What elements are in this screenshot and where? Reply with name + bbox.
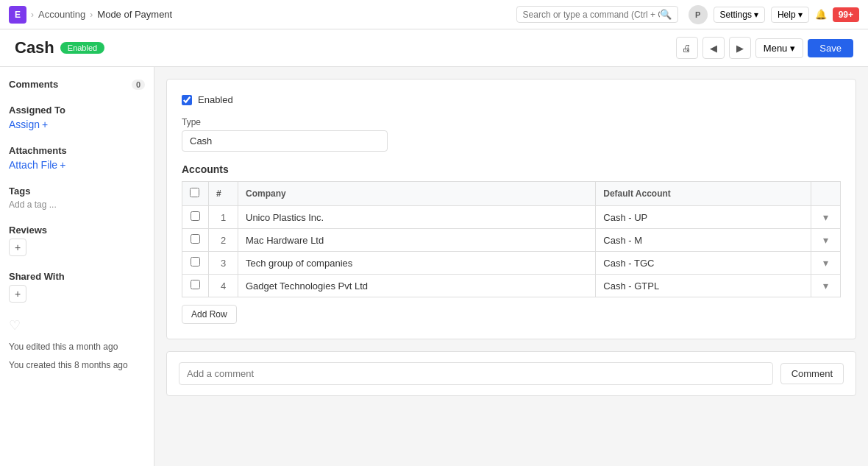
comment-input[interactable]	[179, 362, 773, 385]
row-dropdown-3[interactable]: ▾	[811, 252, 841, 275]
status-badge: Enabled	[60, 42, 104, 54]
col-header-default-account: Default Account	[596, 182, 811, 206]
accounts-title: Accounts	[182, 163, 841, 175]
row-num-4: 4	[209, 275, 238, 297]
row-checkbox-1[interactable]	[191, 211, 200, 221]
add-review-button[interactable]: +	[9, 239, 26, 256]
row-checkbox-cell	[182, 275, 209, 297]
col-header-num: #	[209, 182, 238, 206]
add-row-button[interactable]: Add Row	[182, 305, 237, 324]
row-company-4: Gadget Technologies Pvt Ltd	[238, 275, 596, 297]
table-header-row: # Company Default Account	[182, 182, 841, 206]
accounts-table: # Company Default Account 1 Unico Plasti…	[182, 181, 841, 297]
row-checkbox-4[interactable]	[191, 280, 200, 289]
activity-item-1: You edited this a month ago	[9, 341, 145, 353]
activity-section: ♡ You edited this a month ago You create…	[9, 317, 145, 372]
col-header-checkbox	[182, 182, 209, 206]
settings-button[interactable]: Settings ▾	[714, 7, 765, 23]
notification-icon[interactable]: 🔔	[815, 9, 827, 20]
row-num-1: 1	[209, 206, 238, 229]
comment-button[interactable]: Comment	[780, 363, 844, 384]
main-layout: Comments 0 Assigned To Assign + Attachme…	[0, 67, 868, 466]
row-num-3: 3	[209, 252, 238, 275]
like-icon[interactable]: ♡	[9, 317, 145, 333]
type-input[interactable]	[182, 130, 388, 152]
help-button[interactable]: Help ▾	[771, 7, 809, 23]
row-company-1: Unico Plastics Inc.	[238, 206, 596, 229]
attachments-section: Attachments Attach File +	[9, 145, 145, 171]
col-header-action	[811, 182, 841, 206]
type-field: Type	[182, 117, 841, 152]
row-company-3: Tech group of companies	[238, 252, 596, 275]
comments-section: Comments 0	[9, 79, 145, 90]
navbar: E › Accounting › Mode of Payment 🔍 P Set…	[0, 0, 868, 29]
row-checkbox-cell	[182, 252, 209, 275]
shared-with-section: Shared With +	[9, 271, 145, 303]
app-logo: E	[9, 6, 26, 24]
table-row: 1 Unico Plastics Inc. Cash - UP ▾	[182, 206, 841, 229]
breadcrumb-chevron2: ›	[90, 10, 93, 20]
table-row: 4 Gadget Technologies Pvt Ltd Cash - GTP…	[182, 275, 841, 297]
reviews-label: Reviews	[9, 225, 145, 236]
assigned-to-label: Assigned To	[9, 105, 145, 116]
comment-card: Comment	[166, 351, 856, 396]
comments-label: Comments	[9, 79, 58, 90]
search-input[interactable]	[523, 10, 660, 20]
table-row: 2 Mac Hardware Ltd Cash - M ▾	[182, 229, 841, 252]
row-company-2: Mac Hardware Ltd	[238, 229, 596, 252]
row-dropdown-4[interactable]: ▾	[811, 275, 841, 297]
row-num-2: 2	[209, 229, 238, 252]
main-content: Enabled Type Accounts # Company Defa	[154, 67, 868, 466]
assigned-to-section: Assigned To Assign +	[9, 105, 145, 130]
page-title: Cash	[15, 38, 54, 57]
search-icon: 🔍	[660, 9, 672, 20]
row-account-3: Cash - TGC	[596, 252, 811, 275]
row-account-4: Cash - GTPL	[596, 275, 811, 297]
row-dropdown-1[interactable]: ▾	[811, 206, 841, 229]
row-account-1: Cash - UP	[596, 206, 811, 229]
reviews-section: Reviews +	[9, 225, 145, 256]
menu-button[interactable]: Menu ▾	[755, 38, 804, 58]
activity-item-2: You created this 8 months ago	[9, 359, 145, 372]
breadcrumb-accounting[interactable]: Accounting	[38, 9, 85, 20]
select-all-checkbox[interactable]	[190, 188, 199, 197]
header-actions: 🖨 ◀ ▶ Menu ▾ Save	[676, 37, 853, 59]
avatar[interactable]: P	[689, 5, 708, 24]
col-header-company: Company	[238, 182, 596, 206]
tags-section: Tags Add a tag ...	[9, 186, 145, 210]
row-dropdown-2[interactable]: ▾	[811, 229, 841, 252]
sidebar: Comments 0 Assigned To Assign + Attachme…	[0, 67, 154, 466]
comment-input-row: Comment	[179, 362, 844, 385]
print-button[interactable]: 🖨	[676, 37, 698, 59]
search-bar[interactable]: 🔍	[516, 6, 678, 23]
save-button[interactable]: Save	[808, 39, 853, 57]
row-checkbox-cell	[182, 229, 209, 252]
page-header: Cash Enabled 🖨 ◀ ▶ Menu ▾ Save	[0, 29, 868, 67]
attach-file-link[interactable]: Attach File +	[9, 159, 145, 171]
add-shared-button[interactable]: +	[9, 285, 26, 303]
enabled-label[interactable]: Enabled	[198, 94, 233, 105]
prev-button[interactable]: ◀	[702, 37, 725, 59]
page-title-area: Cash Enabled	[15, 38, 104, 57]
type-label: Type	[182, 117, 841, 127]
shared-with-label: Shared With	[9, 271, 145, 282]
plus-button[interactable]: 99+	[833, 7, 859, 22]
enabled-row: Enabled	[182, 94, 841, 105]
attachments-label: Attachments	[9, 145, 145, 156]
comments-count: 0	[132, 80, 145, 90]
add-tag-input[interactable]: Add a tag ...	[9, 200, 145, 210]
table-row: 3 Tech group of companies Cash - TGC ▾	[182, 252, 841, 275]
row-account-2: Cash - M	[596, 229, 811, 252]
row-checkbox-cell	[182, 206, 209, 229]
breadcrumb-chevron1: ›	[31, 10, 34, 20]
form-card: Enabled Type Accounts # Company Defa	[166, 79, 856, 339]
nav-actions: P Settings ▾ Help ▾ 🔔 99+	[689, 5, 859, 24]
row-checkbox-2[interactable]	[191, 234, 200, 244]
row-checkbox-3[interactable]	[191, 257, 200, 266]
tags-label: Tags	[9, 186, 145, 197]
next-button[interactable]: ▶	[729, 37, 751, 59]
enabled-checkbox[interactable]	[182, 95, 192, 105]
assign-link[interactable]: Assign +	[9, 119, 145, 130]
breadcrumb-mode-of-payment: Mode of Payment	[97, 9, 172, 20]
